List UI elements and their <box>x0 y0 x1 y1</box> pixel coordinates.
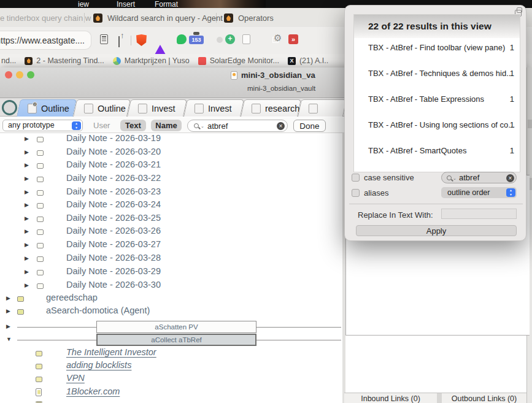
menu-item[interactable]: iew <box>78 0 89 9</box>
disclosure-collapsed-icon[interactable]: ▶ <box>25 189 29 195</box>
outline-item-label: The Intelligent Investor <box>66 347 156 357</box>
outline-row[interactable]: ▶Daily Note - 2026-03-29 <box>0 266 342 279</box>
disclosure-collapsed-icon[interactable]: ▶ <box>25 242 29 248</box>
toolbar-divider <box>131 36 131 45</box>
outline-row[interactable]: ▶Daily Note - 2026-03-25 <box>0 213 342 226</box>
bookmark-item[interactable]: Marktprijzen | Yuso <box>113 56 190 65</box>
outline-row[interactable]: adding blocklists <box>0 360 342 373</box>
disclosure-collapsed-icon[interactable]: ▶ <box>25 149 29 155</box>
clear-search-icon[interactable]: × <box>506 174 514 182</box>
disclosure-collapsed-icon[interactable]: ▶ <box>25 215 29 221</box>
browser-background-tab[interactable]: e tinderbox query chain w <box>0 13 91 23</box>
triangle-logo-icon[interactable] <box>155 34 166 55</box>
case-sensitive-checkbox[interactable] <box>352 174 360 182</box>
browser-tab[interactable]: Operators <box>224 12 274 25</box>
outline-row[interactable]: ▶Daily Note - 2026-03-30 <box>0 280 342 293</box>
aliases-checkbox[interactable] <box>352 189 360 197</box>
text-segment-button[interactable]: Text <box>120 120 146 131</box>
disclosure-collapsed-icon[interactable]: ▶ <box>6 295 10 301</box>
outline-row[interactable]: ▶Daily Note - 2026-03-26 <box>0 226 342 239</box>
prototype-select[interactable]: any prototype ▲▼ <box>2 120 83 131</box>
result-row[interactable]: TBX - AtBref - Table Expressions1 <box>354 94 520 104</box>
disclosure-collapsed-icon[interactable]: ▶ <box>25 162 29 168</box>
outline-row[interactable]: ▶Daily Note - 2026-03-24 <box>0 199 342 212</box>
outline-row[interactable]: The Intelligent Investor <box>0 347 342 360</box>
bookmark-item[interactable]: 2 - Mastering Tind... <box>25 56 104 65</box>
view-tab-Invest[interactable]: Invest <box>183 99 244 117</box>
clear-search-icon[interactable]: × <box>277 122 285 130</box>
outline-doc-icon <box>138 104 147 113</box>
zoom-window-button[interactable] <box>27 71 34 79</box>
outline-row[interactable]: ▶Daily Note - 2026-03-23 <box>0 186 342 199</box>
view-tab-Outline[interactable]: iOutline <box>17 99 77 117</box>
view-tab-Outline[interactable]: Outline <box>73 99 131 117</box>
close-window-button[interactable] <box>5 71 12 79</box>
menu-item[interactable]: Format <box>155 0 178 9</box>
document-icon <box>231 71 237 80</box>
disclosure-collapsed-icon[interactable]: ▶ <box>25 202 29 208</box>
outline-row[interactable]: VPN <box>0 373 342 386</box>
result-row[interactable]: TBX - AtBref - Techniques & demos hid...… <box>354 69 520 79</box>
disclosure-collapsed-icon[interactable]: ▶ <box>25 282 29 288</box>
disclosure-collapsed-icon[interactable]: ▶ <box>6 323 10 329</box>
result-row[interactable]: TBX - AtBref - Find toolbar (view pane)1 <box>354 43 520 53</box>
page-extension-icon[interactable] <box>242 34 250 44</box>
reader-mode-icon[interactable] <box>100 34 108 44</box>
outline-row[interactable]: ▶gereedschap <box>0 293 342 305</box>
outline-row[interactable]: ▶Daily Note - 2026-03-22 <box>0 173 342 186</box>
result-row[interactable]: TBX - AtBref - Using long sections of co… <box>354 120 520 130</box>
separator-note[interactable]: aSchatten PV <box>96 321 256 333</box>
gear-icon[interactable]: ⚙ <box>274 33 282 44</box>
sort-order-select[interactable]: outline order ▲▼ <box>441 187 517 198</box>
disclosure-expanded-icon[interactable]: ▼ <box>6 336 12 342</box>
outline-row[interactable]: ▶Daily Note - 2026-03-27 <box>0 239 342 252</box>
find-search-field[interactable]: ⌄ atbref × <box>187 120 288 132</box>
outbound-links-tab[interactable]: Outbound Links (0) <box>442 393 526 403</box>
replace-input[interactable] <box>441 209 517 219</box>
outline-row[interactable]: ▶Daily Note - 2026-03-19 <box>0 133 342 146</box>
flame-icon <box>25 57 33 65</box>
browser-tab[interactable]: Wildcard search in query - Agent <box>93 12 223 25</box>
disclosure-collapsed-icon[interactable]: ▶ <box>25 269 29 275</box>
done-button[interactable]: Done <box>293 120 326 132</box>
apply-button[interactable]: Apply <box>356 225 517 236</box>
menu-item[interactable]: Insert <box>117 0 135 9</box>
outline-row[interactable]: 1Blocker.com <box>0 386 342 399</box>
name-segment-button[interactable]: Name <box>151 120 182 131</box>
separator-note[interactable]: aCollect aTbRef <box>96 334 256 346</box>
outline-row[interactable]: ▶Daily Note - 2026-03-21 <box>0 159 342 172</box>
outline-row[interactable]: ▶aSearch-domotica (Agent) <box>0 305 342 318</box>
user-filter-label[interactable]: User <box>93 121 110 130</box>
view-tab-Invest[interactable]: Invest <box>127 99 187 117</box>
disclosure-collapsed-icon[interactable]: ▶ <box>25 255 29 261</box>
share-icon[interactable] <box>118 36 120 47</box>
disclosure-collapsed-icon[interactable]: ▶ <box>25 175 29 182</box>
brave-shield-icon[interactable] <box>136 34 147 46</box>
copy-icon[interactable] <box>517 7 522 13</box>
result-row[interactable]: TBX - AtBref - SmartQuotes1 <box>354 146 520 156</box>
badge-extension-icon[interactable]: 153 <box>189 32 204 44</box>
bookmark-label: SolarEdge Monitor... <box>210 56 279 65</box>
minimize-window-button[interactable] <box>16 71 23 79</box>
view-tab-partial[interactable] <box>298 99 347 117</box>
popup-search-field[interactable]: ⌄ atbref × <box>441 172 517 183</box>
badge-antenna-icon <box>193 32 199 35</box>
disclosure-collapsed-icon[interactable]: ▶ <box>25 136 29 142</box>
disclosure-collapsed-icon[interactable]: ▶ <box>25 228 29 234</box>
bookmark-item[interactable]: X(21) A.I.. <box>288 56 328 65</box>
fast-forward-extension-icon[interactable]: » <box>288 34 298 44</box>
green-plus-extension-icon[interactable]: + <box>225 34 235 44</box>
bookmark-item[interactable]: SolarEdge Monitor... <box>198 56 279 65</box>
outline-row[interactable]: ▶Daily Note - 2026-03-28 <box>0 253 342 266</box>
broadcast-ring-icon[interactable] <box>2 100 17 115</box>
bookmark-item[interactable]: nd... <box>1 56 16 65</box>
view-tab-label: research <box>265 104 299 113</box>
inbound-links-tab[interactable]: Inbound Links (0) <box>344 393 437 403</box>
outline-row[interactable]: ▶Daily Note - 2026-03-20 <box>0 147 342 159</box>
view-tab-research[interactable]: research <box>241 99 301 117</box>
outline-row[interactable]: ▶aSchatten PV <box>0 321 342 334</box>
outline-row[interactable]: ▼aCollect aTbRef <box>0 334 342 347</box>
address-bar[interactable]: https://www.eastgate.... <box>0 31 91 49</box>
green-extension-icon[interactable] <box>177 34 187 44</box>
disclosure-collapsed-icon[interactable]: ▶ <box>6 308 10 314</box>
